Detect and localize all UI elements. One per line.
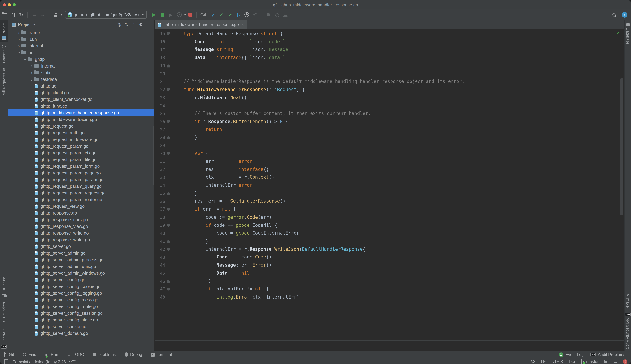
tree-item[interactable]: ghttp_server_config_static.go	[8, 316, 154, 323]
tree-item[interactable]: ghttp_request_auth.go	[8, 130, 154, 136]
tree-item[interactable]: ›net	[8, 49, 154, 56]
code-line-28[interactable]: 28 }	[155, 134, 624, 142]
code-line-33[interactable]: 33 ctx = r.Context()	[155, 174, 624, 182]
code-line-46[interactable]: 46 })	[155, 277, 624, 285]
profiler-icon[interactable]	[176, 11, 183, 18]
tree-item[interactable]: ghttp_server_admin_windows.go	[8, 270, 154, 276]
user-dropdown-caret-icon[interactable]: ▾	[61, 13, 62, 16]
cloud-icon[interactable]: ☁	[282, 11, 289, 18]
run-with-coverage-icon[interactable]: ▶	[167, 11, 174, 18]
toolwindow-button-git[interactable]: Git	[3, 352, 14, 356]
chevron-down-icon[interactable]: ›	[23, 57, 28, 62]
code-line-31[interactable]: 31 err error	[155, 158, 624, 166]
tree-item[interactable]: ghttp_server_domain.go	[8, 330, 154, 336]
hide-panel-icon[interactable]: —	[146, 22, 150, 26]
toolwindow-button-todo[interactable]: ≡TODO	[67, 352, 84, 356]
locate-file-icon[interactable]: ◎	[117, 22, 121, 26]
tree-item[interactable]: ghttp_request_param_router.go	[8, 196, 154, 203]
code-line-19[interactable]: 19}	[155, 62, 624, 70]
tool-strip-button-commit[interactable]: Commit	[2, 42, 6, 66]
tree-item[interactable]: ghttp_server_config_route.go	[8, 303, 154, 310]
cloud-settings-icon[interactable]: ☁	[613, 359, 617, 364]
code-line-48[interactable]: 48 intlog.Error(ctx, internalErr)	[155, 293, 624, 301]
tree-item[interactable]: ghttp_server_config_logging.go	[8, 290, 154, 296]
shelve-icon[interactable]	[265, 11, 272, 18]
collapse-all-icon[interactable]: ⌃	[132, 22, 135, 26]
fold-end-icon[interactable]	[167, 280, 170, 283]
code-line-25[interactable]: 25 // There's custom buffer content, it …	[155, 110, 624, 118]
tree-item[interactable]: ghttp_client.go	[8, 89, 154, 96]
tree-item[interactable]: ghttp_server_config.go	[8, 276, 154, 283]
indent-style[interactable]: Tab	[568, 360, 575, 364]
code-line-22[interactable]: 22func MiddlewareHandlerResponse(r *Requ…	[155, 86, 624, 94]
code-line-15[interactable]: 15type DefaultHandlerResponse struct {	[155, 30, 624, 38]
audit-problems-button[interactable]: /API Audit Problems	[590, 352, 625, 356]
tool-strip-button-openapi[interactable]: OpenAPI/API	[1, 326, 7, 351]
fold-start-icon[interactable]	[167, 208, 170, 211]
code-line-38[interactable]: 38 code := gerror.Code(err)	[155, 214, 624, 222]
code-line-20[interactable]: 20	[155, 70, 624, 78]
tree-item[interactable]: ghttp_server_admin_unix.go	[8, 263, 154, 270]
tree-item[interactable]: ›frame	[8, 29, 154, 36]
tree-item[interactable]: ghttp_server_config_session.go	[8, 310, 154, 316]
chevron-right-icon[interactable]: ›	[29, 70, 34, 75]
history-clock-icon[interactable]	[243, 11, 250, 18]
run-configuration-select[interactable]: go build github.com/gogf/gf/v2/.test ▾	[65, 10, 147, 19]
tree-item[interactable]: ghttp_response.go	[8, 210, 154, 216]
tree-item[interactable]: ghttp_middleware_tracing.go	[8, 116, 154, 123]
code-line-47[interactable]: 47 if internalErr != nil {	[155, 285, 624, 293]
tool-strip-button-favorites[interactable]: Favorites★	[2, 300, 6, 326]
git-push-icon[interactable]: ↗	[227, 11, 234, 18]
forward-icon[interactable]: →	[39, 11, 46, 18]
sync-icon[interactable]: ↻	[18, 11, 25, 18]
tree-item[interactable]: ghttp_request_param.go	[8, 143, 154, 150]
code-line-23[interactable]: 23 r.Middleware.Next()	[155, 94, 624, 102]
chevron-right-icon[interactable]: ›	[29, 77, 34, 82]
status-message[interactable]: Compilation failed (today 3:26 下午)	[12, 359, 76, 364]
toolwindow-toggle-icon[interactable]	[4, 359, 8, 364]
run-button[interactable]: ▶	[150, 11, 157, 18]
code-editor[interactable]: 15type DefaultHandlerResponse struct {16…	[155, 29, 624, 351]
code-line-42[interactable]: 42 internalErr = r.Response.WriteJson(De…	[155, 245, 624, 253]
tree-item[interactable]: ghttp_server_admin_process.go	[8, 256, 154, 263]
update-available-icon[interactable]: ↑	[622, 12, 627, 18]
tree-item[interactable]: ghttp_server_config_mess.go	[8, 296, 154, 303]
fold-start-icon[interactable]	[167, 88, 170, 91]
back-icon[interactable]: ←	[31, 11, 38, 18]
tree-item[interactable]: ghttp_server_config_cookie.go	[8, 283, 154, 290]
fold-start-icon[interactable]	[167, 248, 170, 251]
debug-button[interactable]	[159, 11, 166, 18]
git-update-icon[interactable]: ↙	[209, 11, 217, 18]
toolwindow-button-problems[interactable]: !Problems	[93, 352, 116, 356]
git-branch-widget[interactable]: master	[581, 360, 599, 364]
stop-button[interactable]	[186, 11, 193, 18]
fold-end-icon[interactable]	[167, 64, 170, 67]
code-line-41[interactable]: 41 }	[155, 238, 624, 245]
editor-scrollbar[interactable]	[620, 78, 623, 215]
tree-item[interactable]: ghttp_response_writer.go	[8, 236, 154, 243]
fold-start-icon[interactable]	[167, 224, 170, 227]
fold-start-icon[interactable]	[167, 152, 170, 155]
code-line-44[interactable]: 44 Message: err.Error(),	[155, 261, 624, 269]
code-line-39[interactable]: 39 if code == gcode.CodeNil {	[155, 222, 624, 229]
tree-item[interactable]: ghttp.go	[8, 83, 154, 89]
close-tab-icon[interactable]: ×	[242, 22, 244, 27]
tree-item-selected[interactable]: ghttp_middleware_handler_response.go	[8, 110, 154, 116]
tool-strip-button-structure[interactable]: Structure	[2, 274, 6, 300]
chevron-right-icon[interactable]: ›	[17, 37, 22, 41]
toolwindow-button-run[interactable]: ▶Run	[45, 352, 58, 356]
code-line-36[interactable]: 36 res, err = r.GetHandlerResponse()	[155, 198, 624, 206]
code-line-16[interactable]: 16 Code int `json:"code"`	[155, 38, 624, 46]
git-commit-check-icon[interactable]: ✔	[218, 11, 225, 18]
project-tree-scrollbar[interactable]	[153, 126, 154, 185]
tree-item[interactable]: ghttp_request_middleware.go	[8, 136, 154, 143]
tree-item[interactable]: ghttp_client_websocket.go	[8, 96, 154, 103]
search-history-icon[interactable]	[273, 11, 280, 18]
fold-end-icon[interactable]	[167, 240, 170, 243]
code-line-32[interactable]: 32 res interface{}	[155, 166, 624, 174]
tree-item[interactable]: ghttp_response_cors.go	[8, 216, 154, 223]
user-profile-icon[interactable]	[52, 11, 59, 18]
code-line-37[interactable]: 37 if err != nil {	[155, 206, 624, 213]
tree-item[interactable]: ghttp_request_param_query.go	[8, 183, 154, 190]
line-separator[interactable]: LF	[541, 360, 546, 364]
